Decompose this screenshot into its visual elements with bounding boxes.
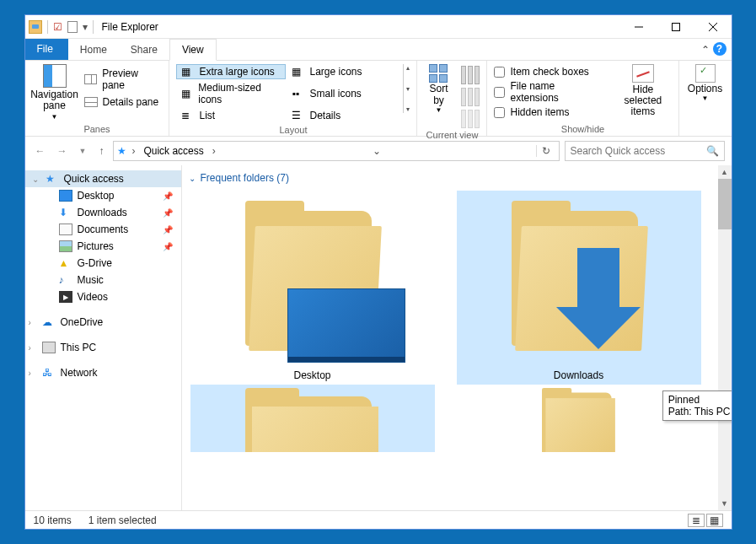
- status-bar: 10 items 1 item selected ≣ ▦: [25, 510, 732, 529]
- tree-music[interactable]: ♪Music: [25, 272, 181, 288]
- close-button[interactable]: [694, 15, 732, 38]
- group-options: Options ▼: [679, 61, 732, 136]
- tree-videos[interactable]: ▶Videos: [25, 288, 181, 305]
- tree-onedrive[interactable]: ›☁OneDrive: [25, 314, 181, 331]
- tree-documents[interactable]: Documents📌: [25, 221, 181, 238]
- tab-home[interactable]: Home: [68, 40, 119, 60]
- layout-small-icons[interactable]: ▪▪Small icons: [287, 80, 396, 107]
- preview-pane-button[interactable]: Preview pane: [84, 67, 163, 91]
- refresh-button[interactable]: ↻: [536, 145, 555, 157]
- folder-item-partial[interactable]: [190, 385, 435, 452]
- expand-icon[interactable]: ›: [29, 369, 31, 378]
- hidden-items-toggle[interactable]: Hidden items: [494, 106, 604, 118]
- tree-network[interactable]: ›🖧Network: [25, 364, 181, 381]
- list-icon: ≣: [181, 110, 195, 121]
- folder-label: Desktop: [293, 369, 330, 381]
- tree-downloads[interactable]: ⬇Downloads📌: [25, 204, 181, 221]
- hide-selected-button[interactable]: Hide selected items: [614, 64, 671, 118]
- layout-details[interactable]: ☰Details: [287, 108, 396, 123]
- layout-medium-icons[interactable]: ▦Medium-sized icons: [176, 80, 286, 107]
- tree-quick-access[interactable]: ⌄★Quick access: [25, 170, 181, 187]
- qat-checkbox-icon[interactable]: ☑: [53, 21, 62, 33]
- help-icon[interactable]: ?: [713, 42, 727, 56]
- scrollbar-thumb[interactable]: [718, 179, 732, 229]
- tree-this-pc[interactable]: ›This PC: [25, 339, 181, 356]
- tree-gdrive[interactable]: ▲G-Drive: [25, 255, 181, 272]
- ribbon-tabs: File Home Share View ⌃ ?: [25, 39, 732, 61]
- back-button[interactable]: ←: [32, 145, 49, 157]
- sort-by-button[interactable]: Sort by ▼: [424, 64, 453, 114]
- tree-desktop[interactable]: Desktop📌: [25, 187, 181, 204]
- expand-icon[interactable]: ›: [29, 343, 31, 353]
- scroll-up-icon[interactable]: ▴: [406, 64, 410, 72]
- tab-share[interactable]: Share: [119, 40, 169, 60]
- qat-dropdown-icon[interactable]: ▾: [83, 21, 88, 33]
- navigation-pane-button[interactable]: Navigation pane ▼: [32, 64, 78, 121]
- details-pane-button[interactable]: Details pane: [84, 96, 163, 108]
- address-bar[interactable]: ★ › Quick access › ⌄ ↻: [113, 141, 559, 161]
- forward-button[interactable]: →: [54, 145, 71, 157]
- folder-item-downloads[interactable]: Downloads: [457, 191, 701, 385]
- navigation-row: ← → ▼ ↑ ★ › Quick access › ⌄ ↻ 🔍: [25, 137, 732, 165]
- maximize-button[interactable]: [657, 15, 694, 38]
- star-icon: ★: [46, 173, 59, 185]
- breadcrumb-chevron-icon[interactable]: ›: [211, 145, 217, 157]
- search-input[interactable]: [571, 145, 706, 157]
- pc-icon: [42, 342, 56, 353]
- tooltip-line: Pinned: [668, 394, 731, 406]
- minimize-button[interactable]: [620, 15, 657, 38]
- options-button[interactable]: Options ▼: [686, 64, 725, 102]
- pin-icon: 📌: [163, 225, 173, 234]
- item-checkboxes-toggle[interactable]: Item check boxes: [494, 66, 604, 78]
- layout-large-icons[interactable]: ▦Large icons: [287, 64, 396, 79]
- recent-locations-button[interactable]: ▼: [76, 147, 90, 155]
- onedrive-icon: ☁: [42, 316, 56, 328]
- expand-icon[interactable]: ▾: [406, 105, 410, 113]
- scroll-down-icon[interactable]: ▾: [406, 85, 410, 93]
- group-layout: ▦Extra large icons ▦Large icons ▦Medium-…: [169, 61, 417, 136]
- collapse-ribbon-icon[interactable]: ⌃: [701, 44, 710, 56]
- search-icon[interactable]: 🔍: [706, 145, 719, 157]
- ribbon-view: Navigation pane ▼ Preview pane Details p…: [25, 61, 732, 137]
- breadcrumb-chevron-icon[interactable]: ›: [130, 145, 137, 157]
- tree-pictures[interactable]: Pictures📌: [25, 238, 181, 255]
- group-by-button[interactable]: [461, 88, 480, 106]
- add-columns-button[interactable]: [461, 66, 480, 84]
- scroll-up-icon[interactable]: ▲: [718, 165, 732, 179]
- vertical-scrollbar[interactable]: ▲ ▼: [718, 165, 732, 510]
- view-details-button[interactable]: ≣: [688, 514, 705, 527]
- tab-view[interactable]: View: [169, 39, 217, 61]
- scroll-down-icon[interactable]: ▼: [718, 497, 732, 510]
- up-button[interactable]: ↑: [94, 145, 108, 157]
- desktop-folder-icon: [237, 194, 389, 363]
- quick-access-star-icon[interactable]: ★: [117, 145, 126, 157]
- sort-by-icon: [429, 64, 448, 83]
- search-box[interactable]: 🔍: [565, 141, 725, 161]
- group-panes: Navigation pane ▼ Preview pane Details p…: [25, 61, 170, 136]
- layout-scroll[interactable]: ▴▾▾: [403, 64, 410, 113]
- titlebar: ☑ ▾ File Explorer: [25, 15, 732, 39]
- size-columns-button[interactable]: [461, 110, 480, 128]
- options-label: Options: [688, 83, 722, 94]
- layout-list[interactable]: ≣List: [176, 108, 286, 123]
- window-title: File Explorer: [102, 21, 158, 33]
- qat-doc-icon[interactable]: [67, 21, 78, 33]
- chevron-down-icon: ▼: [436, 106, 442, 114]
- folder-item-desktop[interactable]: Desktop: [190, 191, 435, 385]
- file-extensions-toggle[interactable]: File name extensions: [494, 80, 604, 104]
- expand-icon[interactable]: ⌄: [32, 175, 39, 184]
- tab-file[interactable]: File: [25, 39, 68, 60]
- layout-extra-large-icons[interactable]: ▦Extra large icons: [176, 64, 286, 79]
- view-thumb-button[interactable]: ▦: [706, 514, 723, 527]
- folder-icon: [542, 388, 616, 425]
- hide-selected-icon: [632, 64, 654, 83]
- section-frequent-folders[interactable]: ⌄ Frequent folders (7): [182, 165, 732, 191]
- breadcrumb-root[interactable]: Quick access: [140, 145, 206, 157]
- collapse-section-icon[interactable]: ⌄: [189, 174, 196, 183]
- navigation-tree: ⌄★Quick access Desktop📌 ⬇Downloads📌 Docu…: [25, 165, 182, 510]
- pin-icon: 📌: [163, 191, 173, 201]
- details-icon-small: ☰: [292, 110, 305, 121]
- address-dropdown-icon[interactable]: ⌄: [369, 145, 384, 157]
- desktop-icon: [59, 190, 72, 202]
- expand-icon[interactable]: ›: [29, 318, 31, 327]
